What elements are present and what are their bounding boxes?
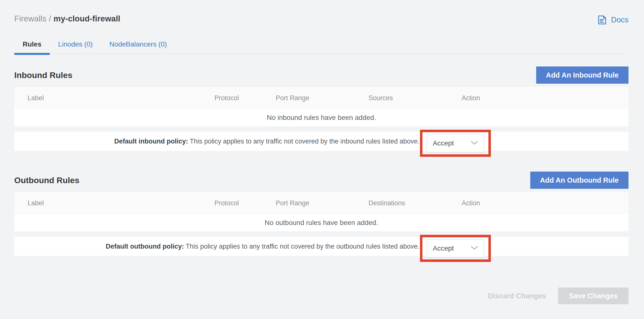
add-outbound-rule-button[interactable]: Add An Outbound Rule (530, 172, 628, 189)
outbound-rules-table: Label Protocol Port Range Destinations A… (14, 192, 628, 256)
outbound-default-policy-row: Default outbound policy: This policy app… (14, 237, 628, 256)
inbound-policy-highlight-box: Accept (420, 130, 491, 157)
tab-linodes[interactable]: Linodes (0) (50, 40, 101, 54)
inbound-default-policy-row: Default inbound policy: This policy appl… (14, 132, 628, 151)
inbound-default-policy-select[interactable]: Accept (427, 134, 484, 152)
outbound-section-header: Outbound Rules Add An Outbound Rule (14, 172, 628, 189)
inbound-col-protocol: Protocol (214, 87, 239, 109)
inbound-section-header: Inbound Rules Add An Inbound Rule (14, 66, 628, 84)
outbound-col-protocol: Protocol (214, 192, 239, 214)
inbound-rules-title: Inbound Rules (14, 70, 72, 80)
inbound-default-policy-text: Default inbound policy: This policy appl… (14, 132, 420, 151)
chevron-down-icon (471, 246, 478, 251)
footer-actions: Discard Changes Save Changes (14, 288, 628, 304)
inbound-col-action: Action (462, 87, 480, 109)
outbound-col-port-range: Port Range (276, 192, 310, 214)
inbound-default-policy-label: Default inbound policy: (114, 138, 188, 145)
outbound-col-destinations: Destinations (368, 192, 405, 214)
inbound-empty-message: No inbound rules have been added. (14, 109, 628, 126)
outbound-default-policy-description: This policy applies to any traffic not c… (184, 243, 420, 250)
save-changes-button[interactable]: Save Changes (558, 288, 628, 304)
inbound-col-port-range: Port Range (276, 87, 310, 109)
outbound-rules-title: Outbound Rules (14, 176, 79, 185)
tab-bar: Rules Linodes (0) NodeBalancers (0) (14, 40, 628, 54)
inbound-default-policy-value: Accept (433, 139, 454, 147)
tab-nodebalancers[interactable]: NodeBalancers (0) (101, 40, 175, 54)
outbound-default-policy-label: Default outbound policy: (106, 243, 184, 250)
outbound-col-action: Action (462, 192, 480, 214)
breadcrumb: Firewalls/my-cloud-firewall (14, 14, 120, 24)
docs-link-label: Docs (611, 16, 628, 24)
inbound-col-label: Label (28, 87, 44, 109)
docs-link[interactable]: Docs (596, 14, 628, 26)
inbound-col-sources: Sources (368, 87, 393, 109)
page-title: my-cloud-firewall (54, 14, 120, 23)
docs-icon (596, 14, 608, 26)
add-inbound-rule-button[interactable]: Add An Inbound Rule (536, 66, 628, 84)
outbound-policy-highlight-box: Accept (420, 235, 491, 262)
top-bar: Firewalls/my-cloud-firewall Docs (14, 14, 628, 26)
outbound-default-policy-value: Accept (433, 244, 454, 252)
inbound-rules-table: Label Protocol Port Range Sources Action… (14, 87, 628, 151)
outbound-empty-message: No outbound rules have been added. (14, 214, 628, 231)
outbound-default-policy-select[interactable]: Accept (427, 239, 484, 258)
inbound-default-policy-description: This policy applies to any traffic not c… (188, 138, 420, 145)
outbound-col-label: Label (28, 192, 44, 214)
discard-changes-button[interactable]: Discard Changes (488, 292, 546, 300)
outbound-table-header: Label Protocol Port Range Destinations A… (14, 192, 628, 214)
firewall-detail-page: Firewalls/my-cloud-firewall Docs Rules L… (0, 0, 644, 304)
breadcrumb-firewalls-link[interactable]: Firewalls (14, 14, 46, 23)
chevron-down-icon (471, 141, 478, 146)
tab-rules[interactable]: Rules (14, 40, 50, 54)
breadcrumb-separator: / (49, 14, 51, 23)
outbound-default-policy-text: Default outbound policy: This policy app… (14, 237, 420, 256)
inbound-table-header: Label Protocol Port Range Sources Action (14, 87, 628, 109)
